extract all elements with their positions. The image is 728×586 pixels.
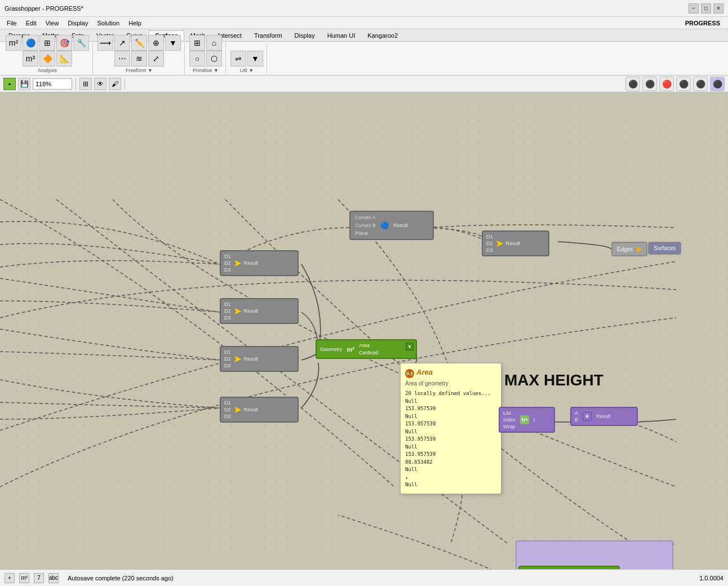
d-node-2-inputs: D1 D2 D3 — [224, 301, 231, 321]
area-node-bottom[interactable]: Geometry m² Area Centroid ▼ — [518, 566, 620, 569]
ribbon-group-util: ⇌ ▼ Util ▼ — [227, 43, 267, 74]
arrow-icon-3: ➤ — [233, 353, 242, 365]
ribbon-ff-7[interactable]: ≋ — [131, 51, 147, 66]
status-icon-2[interactable]: m² — [19, 573, 29, 583]
ribbon-ff-8[interactable]: ⤢ — [148, 51, 164, 66]
status-icon-4[interactable]: abc — [48, 573, 59, 583]
sphere-btn-1[interactable]: ⚫ — [625, 77, 640, 91]
popup-icon-badge: 0.1 — [405, 369, 414, 378]
ribbon-icon-2[interactable]: 🔵 — [23, 35, 38, 51]
brush-btn[interactable]: 🖌 — [109, 78, 121, 90]
ribbon-ff-2[interactable]: ↗ — [114, 35, 130, 51]
primitive-label: Primitive ▼ — [193, 68, 219, 73]
ribbon-group-primitive: ⊞ ⌂ ○ ⬡ Primitive ▼ — [186, 43, 226, 74]
new-file-btn[interactable]: ▪ — [3, 78, 16, 90]
ribbon-icon-6[interactable]: m³ — [23, 51, 38, 66]
arrow-icon-4: ➤ — [233, 403, 242, 416]
fit-btn[interactable]: ⊞ — [79, 78, 92, 90]
curves-result-label: Result — [393, 223, 408, 228]
d1-r-label: D1 — [486, 234, 493, 239]
maximize-button[interactable]: □ — [701, 3, 711, 14]
ribbon-p-4[interactable]: ⬡ — [206, 51, 222, 66]
d-node-2[interactable]: D1 D2 D3 ➤ Result — [220, 298, 299, 324]
minimize-button[interactable]: − — [689, 3, 699, 14]
curves-node[interactable]: Curves A Curves B 🔵 Result Plane — [349, 211, 434, 240]
primitive-icons-row1: ⊞ ⌂ — [189, 35, 222, 51]
ribbon-icon-8[interactable]: 📐 — [56, 51, 72, 66]
ribbon-p-2[interactable]: ⌂ — [206, 35, 222, 51]
ribbon-u-1[interactable]: ⇌ — [230, 51, 246, 66]
status-icon-3[interactable]: 7 — [34, 573, 44, 583]
area-node-down-btn[interactable]: ▼ — [406, 343, 414, 350]
ribbon-icon-5[interactable]: 🔧 — [73, 35, 89, 51]
sphere-btn-4[interactable]: ⚫ — [676, 77, 691, 91]
result-1-label: Result — [244, 260, 259, 266]
tab-kangaroo2[interactable]: Kangaroo2 — [361, 30, 404, 41]
menu-file[interactable]: File — [2, 19, 21, 28]
d3-3-label: D3 — [224, 363, 231, 369]
sphere-btn-5[interactable]: ⚫ — [693, 77, 708, 91]
primitive-icons-row2: ○ ⬡ — [189, 51, 222, 66]
separator-1 — [76, 78, 76, 90]
ribbon-icon-4[interactable]: 🎯 — [56, 35, 72, 51]
eye-btn[interactable]: 👁 — [94, 78, 106, 90]
status-icon-1[interactable]: + — [5, 573, 15, 583]
sphere-btn-3[interactable]: 🔴 — [659, 77, 674, 91]
d1-2-label: D1 — [224, 301, 231, 307]
close-button[interactable]: × — [713, 3, 723, 14]
statusbar: + m² 7 abc Autosave complete (220 second… — [0, 569, 728, 586]
curves-icon: 🔵 — [380, 221, 389, 229]
zoom-input[interactable]: 118% — [33, 78, 72, 90]
surfaces-node[interactable]: Surfaces — [648, 242, 681, 255]
ribbon-ff-4[interactable]: ⊕ — [148, 35, 164, 51]
ribbon-p-3[interactable]: ○ — [189, 51, 205, 66]
ribbon-ff-6[interactable]: ⋯ — [114, 51, 130, 66]
secondary-toolbar: ▪ 💾 118% ⊞ 👁 🖌 ⚫ ⚫ 🔴 ⚫ ⚫ ⚫ — [0, 76, 728, 92]
list-node[interactable]: List Index Wrap N+ i — [499, 407, 555, 433]
arrow-icon-1: ➤ — [233, 257, 242, 269]
d-node-4[interactable]: D1 D2 D3 ➤ Result — [220, 397, 299, 423]
d2-3-label: D2 — [224, 356, 231, 362]
tab-display[interactable]: Display — [288, 30, 321, 41]
d-node-3[interactable]: D1 D2 D3 ➤ Result — [220, 346, 299, 372]
sphere-btn-2[interactable]: ⚫ — [642, 77, 657, 91]
surfaces-label: Surfaces — [654, 245, 676, 251]
ribbon-icon-3[interactable]: ⊞ — [39, 35, 55, 51]
menu-edit[interactable]: Edit — [21, 19, 41, 28]
d-node-right[interactable]: D1 D2 D3 ➤ Result — [482, 230, 549, 256]
ribbon-ff-5[interactable]: ▼ — [165, 35, 181, 51]
sphere-btn-6[interactable]: ⚫ — [710, 77, 725, 91]
window-controls: − □ × — [689, 3, 723, 14]
bottom-purple-area — [516, 540, 673, 569]
d-node-1[interactable]: D1 D2 D3 ➤ Result — [220, 250, 299, 276]
ribbon-ff-1[interactable]: ⟿ — [97, 35, 113, 51]
analysis-label: Analysis — [38, 68, 57, 73]
ribbon-p-1[interactable]: ⊞ — [189, 35, 205, 51]
menu-view[interactable]: View — [41, 19, 64, 28]
index-label: Index — [503, 417, 516, 423]
ribbon-ff-3[interactable]: ✏️ — [131, 35, 147, 51]
plus-a-label: A — [575, 410, 578, 416]
area-output-col: Area Centroid — [359, 343, 378, 356]
area-node-main[interactable]: Geometry m² Area Centroid ▼ — [316, 339, 417, 359]
menu-display[interactable]: Display — [63, 19, 92, 28]
arrow-icon-2: ➤ — [233, 305, 242, 317]
ribbon-icon-7[interactable]: 🔶 — [39, 51, 55, 66]
arrow-icon-right: ➤ — [495, 237, 504, 250]
popup-header: 0.1 Area — [405, 368, 496, 379]
app-title: Grasshopper - PROGRESS* — [5, 5, 83, 12]
tab-human-ui[interactable]: Human UI — [321, 30, 362, 41]
plus-node[interactable]: A B + Result — [570, 407, 638, 426]
save-btn[interactable]: 💾 — [18, 78, 30, 90]
area-port-label: Area — [359, 343, 378, 348]
canvas[interactable]: Curves A Curves B 🔵 Result Plane D1 D2 D… — [0, 92, 728, 569]
menu-help[interactable]: Help — [124, 19, 146, 28]
ribbon: m² 🔵 ⊞ 🎯 🔧 m³ 🔶 📐 Analysis ⟿ ↗ ✏️ ⊕ ▼ ⋯ … — [0, 42, 728, 76]
menu-solution[interactable]: Solution — [92, 19, 124, 28]
edges-node[interactable]: Edges ▶ — [611, 242, 647, 256]
util-icons-row1: ⇌ ▼ — [230, 51, 263, 66]
connections-svg — [0, 92, 728, 569]
tab-transform[interactable]: Transform — [248, 30, 288, 41]
ribbon-u-2[interactable]: ▼ — [247, 51, 263, 66]
ribbon-icon-1[interactable]: m² — [6, 35, 21, 51]
